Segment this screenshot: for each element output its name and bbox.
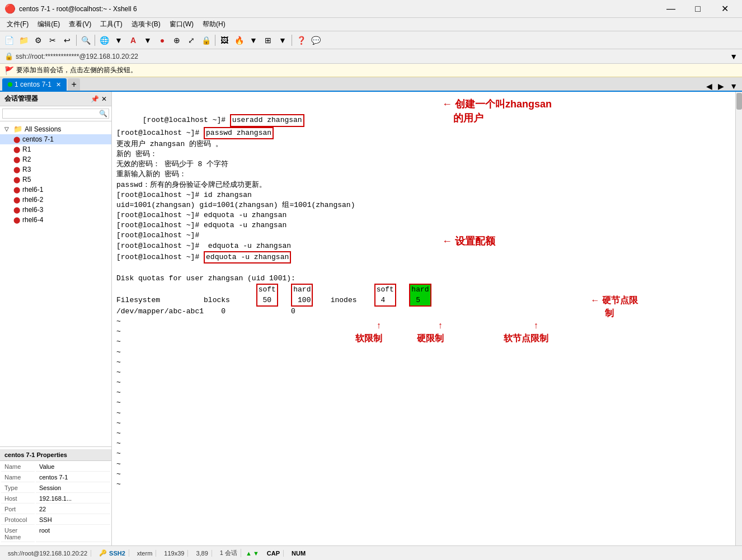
- tab-close-button[interactable]: ✕: [56, 81, 61, 88]
- toolbar: 📄 📁 ⚙ ✂ ↩ 🔍 🌐 ▼ A ▼ ● ⊕ ⤢ 🔒 🖼 🔥 ▼ ⊞ ▼ ❓ …: [0, 31, 742, 49]
- terminal-line-8: [root@localhost ~]# id zhangsan: [116, 191, 252, 199]
- session-panel-title: 会话管理器: [4, 94, 38, 103]
- annotation-set-quota: ← 设置配额: [442, 234, 495, 248]
- toolbar-btn4[interactable]: ↩: [60, 34, 74, 47]
- tilde-3: ~: [116, 337, 121, 346]
- menu-window[interactable]: 窗口(W): [165, 18, 198, 30]
- tree-item-rhel64[interactable]: ⬤ rhel6-4: [0, 215, 111, 225]
- menu-view[interactable]: 查看(V): [64, 18, 96, 30]
- tree-item-rhel61[interactable]: ⬤ rhel6-1: [0, 185, 111, 195]
- properties-title: centos 7-1 Properties: [0, 449, 111, 461]
- active-tab[interactable]: 1 centos 7-1 ✕: [2, 78, 67, 91]
- annotation-create-user: ← 创建一个叫zhangsan 的用户: [442, 97, 552, 125]
- tree-item-rhel63[interactable]: ⬤ rhel6-3: [0, 205, 111, 215]
- tab-nav-left[interactable]: ◀: [704, 82, 715, 91]
- tree-item-r3[interactable]: ⬤ R3: [0, 164, 111, 175]
- annotation-soft-inode: ↑软节点限制: [504, 307, 548, 357]
- prop-row-port: Port 22: [1, 505, 110, 514]
- toolbar-size[interactable]: ⊞: [261, 34, 275, 47]
- cursor-label: 3,89: [196, 550, 208, 557]
- toolbar-btn7[interactable]: ▼: [247, 34, 260, 47]
- tree-item-r2[interactable]: ⬤ R2: [0, 154, 111, 164]
- toolbar-font[interactable]: A: [126, 34, 140, 47]
- prop-row-header: Name Value: [1, 462, 110, 472]
- tilde-11: ~: [116, 419, 121, 427]
- menu-help[interactable]: 帮助(H): [198, 18, 230, 30]
- toolbar-red[interactable]: ●: [156, 34, 169, 47]
- prop-row-type: Type Session: [1, 483, 110, 493]
- tree-item-rhel62[interactable]: ⬤ rhel6-2: [0, 195, 111, 205]
- session-search-input[interactable]: [2, 109, 109, 119]
- tilde-4: ~: [116, 348, 121, 356]
- tilde-2: ~: [116, 327, 121, 336]
- server-icon: ⬤: [13, 166, 20, 173]
- prop-row-protocol: Protocol SSH: [1, 515, 110, 525]
- scrollbar-thumb[interactable]: [736, 93, 742, 110]
- status-arrows: ▲ ▼: [246, 550, 259, 557]
- toolbar-btn6[interactable]: 🔥: [232, 34, 246, 47]
- toolbar-lock[interactable]: 🔒: [199, 34, 213, 47]
- info-bar: 🚩 要添加当前会话，点击左侧的箭头按钮。: [0, 64, 742, 77]
- tilde-1: ~: [116, 317, 121, 326]
- menu-tools[interactable]: 工具(T): [96, 18, 126, 30]
- toolbar-btn5[interactable]: ⊕: [170, 34, 184, 47]
- menu-edit[interactable]: 编辑(E): [33, 18, 64, 30]
- terminal-scrollbar[interactable]: [735, 92, 742, 545]
- server-icon: ⬤: [13, 196, 20, 204]
- tree-label: rhel6-1: [22, 186, 43, 194]
- properties-panel: centos 7-1 Properties Name Value Name ce…: [0, 446, 111, 545]
- toolbar-sep1: [76, 35, 77, 46]
- toolbar-globe[interactable]: 🌐: [97, 34, 111, 47]
- toolbar-help[interactable]: ❓: [294, 34, 308, 47]
- arrow-down-icon: ▼: [253, 550, 259, 557]
- terminal-line-16: Filesystem blocks soft 50 hard 100 inode…: [116, 296, 431, 304]
- server-icon: ⬤: [13, 146, 20, 153]
- tree-item-r1[interactable]: ⬤ R1: [0, 144, 111, 154]
- toolbar-expand[interactable]: ⤢: [185, 34, 198, 47]
- terminal-line-4: 新的 密码：: [116, 150, 157, 158]
- address-dropdown[interactable]: ▼: [730, 52, 738, 61]
- status-terminal-type-item: xterm: [134, 550, 157, 557]
- toolbar-dropdown2[interactable]: ▼: [141, 34, 154, 47]
- cap-label: CAP: [267, 550, 280, 557]
- sessions-label: 1 会话: [220, 549, 237, 557]
- prop-key: Name: [1, 473, 35, 482]
- prop-value: 192.168.1...: [36, 494, 110, 503]
- toolbar-new[interactable]: 📄: [2, 34, 16, 47]
- terminal-type-label: xterm: [137, 550, 153, 557]
- toolbar-dropdown3[interactable]: ▼: [276, 34, 289, 47]
- toolbar-btn2[interactable]: ⚙: [31, 34, 45, 47]
- session-close-button[interactable]: ✕: [101, 95, 107, 103]
- toolbar-chat[interactable]: 💬: [309, 34, 322, 47]
- prop-key: Host: [1, 494, 35, 503]
- tree-item-all-sessions[interactable]: ▽ 📁 All Sessions: [0, 124, 111, 134]
- content-area: 会话管理器 📌 ✕ 🔍 ▽ 📁 All Sessions ⬤ centos 7-…: [0, 92, 742, 545]
- tab-nav-dropdown[interactable]: ▼: [727, 82, 740, 91]
- annotation-hard-inode: ← 硬节点限 制: [571, 282, 638, 332]
- tab-nav-right[interactable]: ▶: [716, 82, 726, 91]
- terminal-content[interactable]: [root@localhost ~]# useradd zhangsan [ro…: [112, 92, 742, 545]
- toolbar-open[interactable]: 📁: [17, 34, 30, 47]
- tree-item-centos71[interactable]: ⬤ centos 7-1: [0, 134, 111, 144]
- close-button[interactable]: ✕: [712, 0, 738, 18]
- toolbar-search[interactable]: 🔍: [79, 34, 92, 47]
- tilde-15: ~: [116, 460, 121, 468]
- prop-key: Name: [1, 462, 35, 472]
- tree-item-r5[interactable]: ⬤ R5: [0, 175, 111, 185]
- tilde-17: ~: [116, 480, 121, 488]
- session-panel: 会话管理器 📌 ✕ 🔍 ▽ 📁 All Sessions ⬤ centos 7-…: [0, 92, 112, 545]
- toolbar-image[interactable]: 🖼: [218, 34, 231, 47]
- dimensions-label: 119x39: [164, 550, 184, 557]
- session-header: 会话管理器 📌 ✕: [0, 92, 111, 106]
- toolbar-dropdown[interactable]: ▼: [112, 34, 125, 47]
- minimize-button[interactable]: —: [658, 0, 684, 18]
- tab-add-button[interactable]: +: [68, 78, 80, 91]
- connection-status-icon: 🔑: [99, 549, 107, 557]
- toolbar-btn3[interactable]: ✂: [46, 34, 59, 47]
- menu-tabs[interactable]: 选项卡(B): [127, 18, 165, 30]
- menu-file[interactable]: 文件(F): [2, 18, 33, 30]
- session-pin-button[interactable]: 📌: [91, 95, 99, 103]
- tree-label: rhel6-2: [22, 196, 43, 204]
- terminal-area[interactable]: [root@localhost ~]# useradd zhangsan [ro…: [112, 92, 742, 545]
- maximize-button[interactable]: □: [685, 0, 711, 18]
